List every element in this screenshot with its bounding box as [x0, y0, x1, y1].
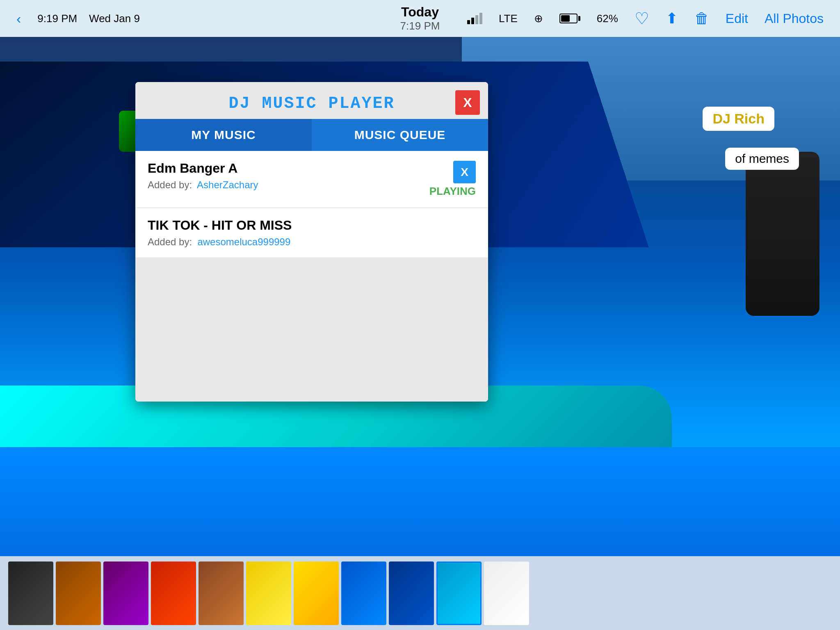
- top-nav-bar: ‹ 9:19 PM Wed Jan 9 Today 7:19 PM LTE ⊕ …: [0, 0, 840, 37]
- tab-my-music[interactable]: MY MUSIC: [135, 119, 312, 151]
- photo-thumb-5[interactable]: [199, 562, 244, 625]
- song-status-1: PLAYING: [429, 185, 476, 198]
- photo-thumb-1[interactable]: [8, 562, 53, 625]
- wifi-at-label: ⊕: [534, 12, 543, 25]
- photo-thumb-8[interactable]: [341, 562, 386, 625]
- song-title-2: TIK TOK - HIT OR MISS: [148, 218, 476, 233]
- modal-empty-area: [135, 258, 488, 402]
- battery-label: 62%: [597, 12, 618, 25]
- signal-icon: [467, 13, 482, 24]
- song-info-2: TIK TOK - HIT OR MISS Added by: awesomel…: [148, 218, 476, 248]
- song-item-1: Edm Banger A Added by: AsherZachary X PL…: [135, 151, 488, 208]
- modal-close-button[interactable]: X: [455, 90, 480, 115]
- photo-thumb-4[interactable]: [151, 562, 196, 625]
- username-1: AsherZachary: [197, 179, 258, 190]
- all-photos-button[interactable]: All Photos: [765, 11, 824, 26]
- photo-thumb-3[interactable]: [103, 562, 148, 625]
- added-by-label-1: Added by:: [148, 179, 192, 190]
- signal-bar-3: [475, 15, 478, 24]
- delete-icon[interactable]: 🗑: [694, 10, 709, 27]
- status-time: 9:19 PM Wed Jan 9: [37, 12, 140, 25]
- battery-icon: [559, 14, 580, 23]
- back-button[interactable]: ‹: [16, 11, 21, 27]
- photo-strip[interactable]: [0, 556, 840, 630]
- song-added-by-1: Added by: AsherZachary: [148, 179, 429, 191]
- song-title-1: Edm Banger A: [148, 161, 429, 176]
- edit-button[interactable]: Edit: [726, 11, 748, 26]
- modal-header: DJ MUSIC PLAYER X: [135, 82, 488, 119]
- heart-icon[interactable]: ♡: [635, 9, 649, 28]
- photo-thumb-10[interactable]: [436, 562, 482, 625]
- photo-thumb-9[interactable]: [389, 562, 434, 625]
- memes-text: of memes: [735, 152, 789, 165]
- added-by-label-2: Added by:: [148, 236, 192, 247]
- modal-content: Edm Banger A Added by: AsherZachary X PL…: [135, 151, 488, 402]
- dj-rich-text: DJ Rich: [712, 111, 765, 126]
- page-subtitle: 7:19 PM: [400, 20, 440, 32]
- day-label: Wed Jan 9: [89, 12, 140, 25]
- photo-thumb-6[interactable]: [246, 562, 291, 625]
- username-2: awesomeluca999999: [197, 236, 290, 247]
- nav-left: ‹ 9:19 PM Wed Jan 9: [16, 11, 140, 27]
- lte-label: LTE: [499, 12, 518, 25]
- memes-label: of memes: [725, 148, 799, 170]
- photo-thumb-2[interactable]: [56, 562, 101, 625]
- tab-music-queue[interactable]: MUSIC QUEUE: [312, 119, 488, 151]
- song-item-2: TIK TOK - HIT OR MISS Added by: awesomel…: [135, 208, 488, 258]
- signal-bar-2: [471, 18, 474, 24]
- dj-rich-label: DJ Rich: [703, 107, 774, 131]
- photo-thumb-7[interactable]: [294, 562, 339, 625]
- page-title: Today: [400, 5, 440, 20]
- signal-bar-1: [467, 20, 470, 24]
- nav-right: LTE ⊕ 62% ♡ ⬆ 🗑 Edit All Photos: [467, 9, 824, 28]
- photo-thumb-11[interactable]: [484, 562, 529, 625]
- song-info-1: Edm Banger A Added by: AsherZachary: [148, 161, 429, 191]
- share-icon[interactable]: ⬆: [666, 10, 678, 27]
- song-added-by-2: Added by: awesomeluca999999: [148, 236, 476, 248]
- nav-center: Today 7:19 PM: [400, 5, 440, 32]
- dj-music-player-modal: DJ MUSIC PLAYER X MY MUSIC MUSIC QUEUE E…: [135, 82, 488, 402]
- time-label: 9:19 PM: [37, 12, 77, 25]
- modal-tabs: MY MUSIC MUSIC QUEUE: [135, 119, 488, 151]
- song-remove-button-1[interactable]: X: [453, 161, 476, 183]
- signal-bar-4: [479, 13, 482, 24]
- right-character: [746, 152, 819, 316]
- modal-title: DJ MUSIC PLAYER: [144, 94, 480, 113]
